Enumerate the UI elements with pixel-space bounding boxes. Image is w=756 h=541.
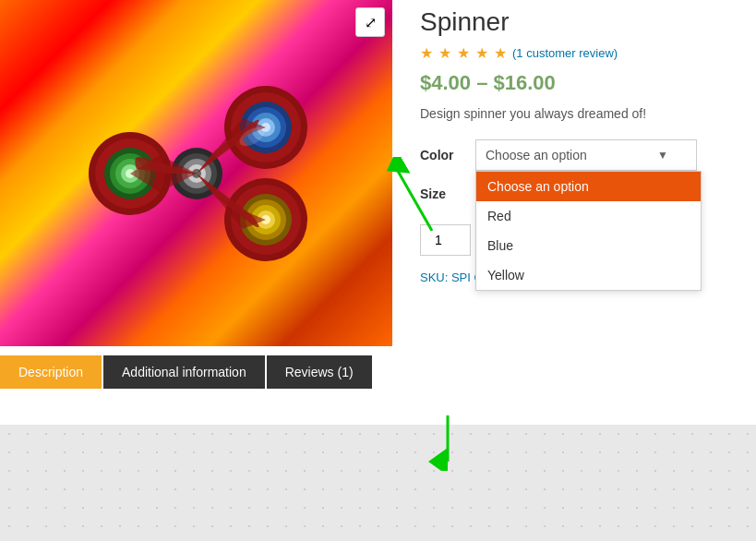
- expand-icon: ⤢: [365, 14, 377, 31]
- bottom-annotation: connect to WooCommerce once product upda…: [0, 425, 756, 541]
- sku: SKU: SPI: [420, 270, 471, 284]
- color-select-value: Choose an option: [486, 148, 587, 162]
- star-2: ★: [438, 44, 451, 62]
- review-link[interactable]: (1 customer review): [512, 46, 618, 60]
- green-up-arrow: [386, 157, 441, 231]
- svg-line-31: [395, 166, 432, 231]
- product-title: Spinner: [420, 7, 756, 37]
- product-details: Spinner ★ ★ ★ ★ ★ (1 customer review) $4…: [420, 0, 756, 284]
- star-3: ★: [457, 44, 470, 62]
- green-down-arrow: [425, 415, 471, 471]
- tab-description[interactable]: Description: [0, 355, 102, 389]
- spinner-illustration: [30, 26, 363, 321]
- color-chevron-icon: ▼: [657, 149, 668, 162]
- tabs-section: Description Additional information Revie…: [0, 355, 756, 389]
- dropdown-option-blue[interactable]: Blue: [476, 231, 701, 260]
- color-dropdown: Choose an option Red Blue Yellow: [475, 171, 702, 291]
- color-select-wrapper: Choose an option ▼ Choose an option Red …: [475, 139, 697, 171]
- tab-reviews[interactable]: Reviews (1): [267, 355, 372, 389]
- variations-table: Color Choose an option ▼ Choose an optio…: [420, 136, 756, 213]
- expand-button[interactable]: ⤢: [355, 7, 385, 37]
- star-rating: ★ ★ ★ ★ ★ (1 customer review): [420, 44, 756, 62]
- star-5: ★: [494, 44, 507, 62]
- dropdown-option-yellow[interactable]: Yellow: [476, 260, 701, 290]
- price-range: $4.00 – $16.00: [420, 71, 756, 95]
- product-description: Design spinner you always dreamed of!: [420, 106, 756, 121]
- color-select[interactable]: Choose an option ▼: [475, 139, 697, 171]
- tab-additional-information[interactable]: Additional information: [103, 355, 265, 389]
- dropdown-option-choose[interactable]: Choose an option: [476, 172, 701, 201]
- color-row: Color Choose an option ▼ Choose an optio…: [420, 136, 756, 174]
- color-select-cell: Choose an option ▼ Choose an option Red …: [475, 136, 756, 174]
- star-1: ★: [420, 44, 433, 62]
- product-image-container: ⤢: [0, 0, 392, 346]
- star-4: ★: [475, 44, 488, 62]
- dropdown-option-red[interactable]: Red: [476, 201, 701, 231]
- product-image-bg: [0, 0, 392, 346]
